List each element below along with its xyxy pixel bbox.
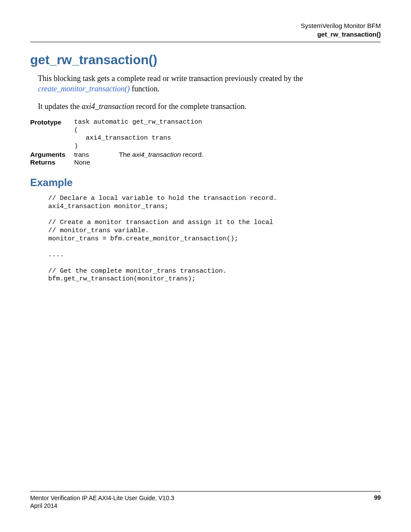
arguments-desc-italic: axi4_transaction [132, 151, 181, 158]
page-header: SystemVerilog Monitor BFM get_rw_transac… [30, 22, 381, 42]
footer-page-number: 99 [374, 494, 381, 501]
arguments-desc-pre: The [119, 151, 132, 158]
intro-paragraph: This blocking task gets a complete read … [38, 73, 381, 94]
returns-value: None [74, 159, 119, 166]
definition-table: Prototype task automatic get_rw_transact… [30, 118, 381, 166]
returns-label: Returns [30, 159, 74, 166]
arguments-desc-post: record. [181, 151, 204, 158]
arguments-desc: The axi4_transaction record. [119, 151, 381, 159]
arguments-row: Arguments trans The axi4_transaction rec… [30, 151, 381, 159]
page-footer: Mentor Verification IP AE AXI4-Lite User… [30, 491, 381, 510]
header-chapter: SystemVerilog Monitor BFM [30, 22, 381, 30]
prototype-label: Prototype [30, 118, 74, 126]
para2-italic: axi4_transaction [81, 102, 134, 111]
returns-row: Returns None [30, 159, 381, 166]
example-code: // Declare a local variable to hold the … [48, 195, 381, 283]
footer-left: Mentor Verification IP AE AXI4-Lite User… [30, 494, 174, 510]
para2-post: record for the complete transaction. [134, 102, 246, 111]
page-title: get_rw_transaction() [30, 53, 381, 67]
create-monitor-transaction-link[interactable]: create_monitor_transaction() [38, 84, 130, 93]
arguments-label: Arguments [30, 151, 74, 159]
header-section: get_rw_transaction() [30, 30, 381, 39]
footer-guide: Mentor Verification IP AE AXI4-Lite User… [30, 494, 174, 502]
para2-pre: It updates the [38, 102, 81, 111]
example-heading: Example [30, 177, 381, 189]
intro-text-2: function. [130, 84, 159, 93]
intro-text-1: This blocking task gets a complete read … [38, 74, 303, 83]
prototype-row: Prototype task automatic get_rw_transact… [30, 118, 381, 151]
update-paragraph: It updates the axi4_transaction record f… [38, 101, 381, 112]
footer-date: April 2014 [30, 502, 174, 510]
arguments-name: trans [74, 151, 119, 159]
prototype-code: task automatic get_rw_transaction ( axi4… [74, 118, 202, 151]
